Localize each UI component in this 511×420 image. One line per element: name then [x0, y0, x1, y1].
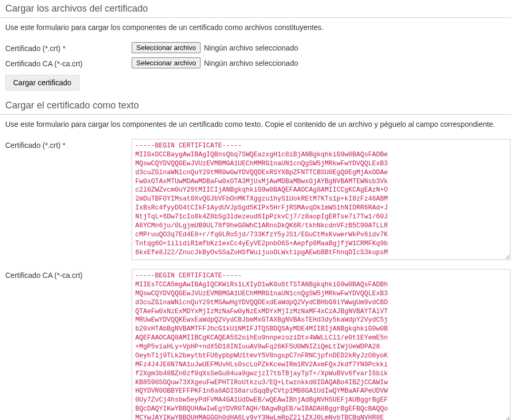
cert-file-label-text: Certificado (*.crt): [5, 44, 61, 53]
ca-file-control: Seleccionar archivo Ningún archivo selec…: [132, 57, 506, 68]
section-upload-files-title: Cargar los archivos del certificado: [0, 0, 511, 18]
required-mark: *: [63, 44, 65, 53]
section-upload-text-desc: Use este formulario para cargar los comp…: [0, 115, 511, 137]
cert-text-control: [132, 139, 510, 262]
ca-file-label-text: Certificado CA (*-ca.crt): [5, 59, 83, 68]
required-mark: *: [63, 141, 65, 149]
cert-text-input[interactable]: [132, 139, 510, 260]
cert-text-row: Certificado (*.crt) *: [0, 137, 511, 264]
ca-text-input[interactable]: [132, 269, 510, 420]
cert-file-select-button[interactable]: Seleccionar archivo: [132, 42, 201, 53]
cert-file-label: Certificado (*.crt) *: [5, 42, 132, 53]
cert-text-label-text: Certificado (*.crt): [5, 141, 61, 149]
ca-file-status: Ningún archivo seleccionado: [204, 59, 298, 67]
cert-text-label: Certificado (*.crt) *: [5, 139, 132, 149]
section-upload-text-title: Cargar el certificado como texto: [0, 97, 511, 115]
ca-text-row: Certificado CA (*-ca.crt): [0, 267, 511, 420]
ca-text-label: Certificado CA (*-ca.crt): [5, 269, 132, 279]
ca-text-control: [132, 269, 510, 420]
ca-file-label: Certificado CA (*-ca.crt): [5, 57, 132, 68]
section-upload-files-desc: Use este formulario para cargar los comp…: [0, 18, 511, 40]
cert-file-control: Seleccionar archivo Ningún archivo selec…: [132, 42, 506, 53]
upload-files-submit-button[interactable]: Cargar certificado: [5, 75, 79, 91]
ca-file-select-button[interactable]: Seleccionar archivo: [132, 57, 201, 68]
cert-file-row: Certificado (*.crt) * Seleccionar archiv…: [0, 40, 511, 55]
ca-file-row: Certificado CA (*-ca.crt) Seleccionar ar…: [0, 55, 511, 71]
cert-file-status: Ningún archivo seleccionado: [204, 44, 298, 52]
ca-text-label-text: Certificado CA (*-ca.crt): [5, 271, 83, 279]
